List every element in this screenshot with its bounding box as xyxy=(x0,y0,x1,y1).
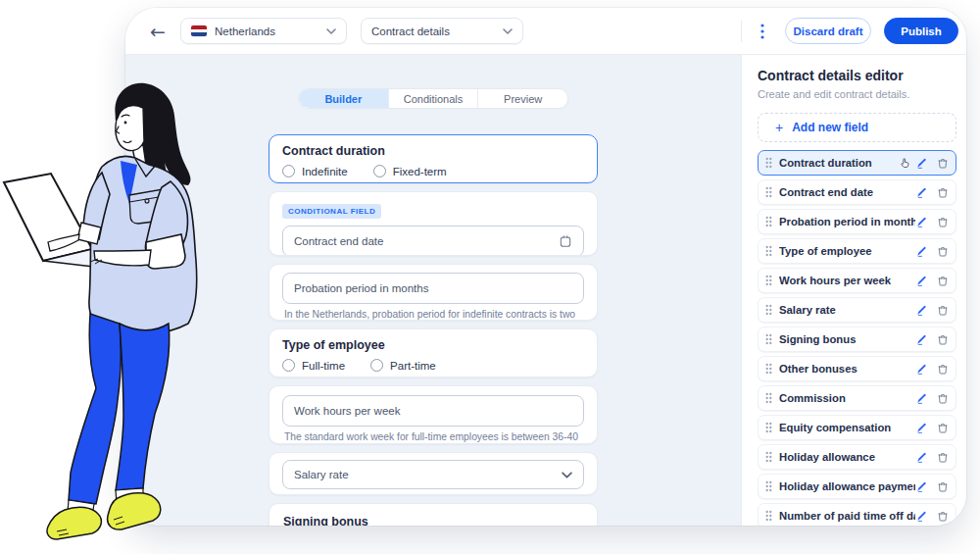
drag-handle-icon[interactable] xyxy=(765,245,772,257)
field-card-work-hours[interactable]: Work hours per week The standard work we… xyxy=(269,385,598,444)
edit-field-button[interactable] xyxy=(915,480,928,493)
sidebar-field-signing-bonus[interactable]: Signing bonus xyxy=(758,327,956,352)
drag-handle-icon[interactable] xyxy=(765,186,772,198)
delete-field-button[interactable] xyxy=(937,304,949,317)
kebab-menu-button[interactable] xyxy=(750,19,775,44)
field-label: Other bonuses xyxy=(779,363,915,375)
sidebar-field-other-bonuses[interactable]: Other bonuses xyxy=(758,356,956,381)
pencil-icon xyxy=(915,451,928,464)
edit-field-button[interactable] xyxy=(915,422,928,434)
tab-builder[interactable]: Builder xyxy=(299,89,388,108)
work-hours-input[interactable]: Work hours per week xyxy=(282,395,584,427)
sidebar-field-contract-end-date[interactable]: Contract end date xyxy=(758,179,956,205)
field-card-contract-end-date[interactable]: CONDITIONAL FIELD Contract end date xyxy=(269,191,598,256)
probation-period-input[interactable]: Probation period in months xyxy=(282,273,584,304)
sidebar-field-type-of-employee[interactable]: Type of employee xyxy=(758,238,956,264)
pencil-icon xyxy=(915,363,928,376)
pencil-icon xyxy=(915,157,928,170)
delete-field-button[interactable] xyxy=(937,333,949,346)
tab-preview[interactable]: Preview xyxy=(477,89,567,108)
edit-field-button[interactable] xyxy=(915,451,928,464)
pencil-icon xyxy=(915,333,928,346)
drag-handle-icon[interactable] xyxy=(765,157,772,169)
drag-handle-icon[interactable] xyxy=(765,480,772,492)
delete-field-button[interactable] xyxy=(937,186,949,199)
edit-field-button[interactable] xyxy=(915,245,928,258)
field-card-probation-period[interactable]: Probation period in months In the Nether… xyxy=(269,264,598,321)
trash-icon xyxy=(937,275,949,287)
radio-label: Indefinite xyxy=(302,166,348,177)
radio-fixed-term[interactable]: Fixed-term xyxy=(373,165,447,177)
sidebar-field-contract-duration[interactable]: Contract duration xyxy=(758,150,956,176)
sidebar-title: Contract details editor xyxy=(758,68,956,83)
field-card-salary-rate[interactable]: Salary rate xyxy=(269,452,598,495)
drag-handle-icon[interactable] xyxy=(765,333,772,345)
delete-field-button[interactable] xyxy=(937,363,949,376)
radio-part-time[interactable]: Part-time xyxy=(370,359,436,372)
field-card-signing-bonus[interactable]: Signing bonus Do you want to include a o… xyxy=(269,503,598,526)
sidebar-field-holiday-allowance-frequency[interactable]: Holiday allowance payment fre... xyxy=(758,474,956,499)
sidebar-field-equity-compensation[interactable]: Equity compensation xyxy=(758,415,956,440)
sidebar-field-work-hours[interactable]: Work hours per week xyxy=(758,268,956,293)
hand-cursor-icon xyxy=(899,157,911,170)
field-label: Salary rate xyxy=(779,304,915,316)
discard-draft-button[interactable]: Discard draft xyxy=(785,18,871,44)
country-select-value: Netherlands xyxy=(215,25,318,37)
sidebar-subtitle: Create and edit contract details. xyxy=(758,88,956,100)
edit-field-button[interactable] xyxy=(915,333,928,346)
drag-handle-icon[interactable] xyxy=(765,451,772,463)
radio-full-time[interactable]: Full-time xyxy=(282,359,345,372)
field-label: Equity compensation xyxy=(779,422,915,433)
netherlands-flag-icon xyxy=(191,25,207,36)
delete-field-button[interactable] xyxy=(937,392,949,405)
edit-field-button[interactable] xyxy=(915,186,928,199)
drag-handle-icon[interactable] xyxy=(765,216,772,227)
drag-handle-icon[interactable] xyxy=(765,510,772,522)
add-new-field-button[interactable]: + Add new field xyxy=(758,113,956,142)
edit-field-button[interactable] xyxy=(915,392,928,405)
app-window: ← Netherlands Contract details Discard d… xyxy=(125,8,966,526)
edit-field-button[interactable] xyxy=(915,304,928,317)
radio-icon xyxy=(282,165,295,177)
salary-rate-select[interactable]: Salary rate xyxy=(282,460,584,489)
edit-field-button[interactable] xyxy=(915,275,928,287)
contract-end-date-input[interactable]: Contract end date xyxy=(282,226,584,256)
edit-field-button[interactable] xyxy=(915,363,928,376)
tab-conditionals[interactable]: Conditionals xyxy=(388,89,478,108)
delete-field-button[interactable] xyxy=(937,157,949,170)
edit-field-button[interactable] xyxy=(915,157,928,170)
chevron-down-icon xyxy=(503,28,513,34)
delete-field-button[interactable] xyxy=(937,422,949,434)
radio-icon xyxy=(282,359,295,372)
country-select[interactable]: Netherlands xyxy=(180,18,347,44)
sidebar-field-salary-rate[interactable]: Salary rate xyxy=(758,297,956,323)
template-select-value: Contract details xyxy=(371,25,495,37)
field-label: Contract end date xyxy=(779,186,915,198)
drag-handle-icon[interactable] xyxy=(765,422,772,433)
back-button[interactable]: ← xyxy=(145,19,171,44)
drag-handle-icon[interactable] xyxy=(765,275,772,286)
calendar-icon xyxy=(559,234,572,248)
delete-field-button[interactable] xyxy=(937,275,949,287)
template-select[interactable]: Contract details xyxy=(361,18,523,44)
edit-field-button[interactable] xyxy=(915,510,928,523)
sidebar-field-paid-time-off-days[interactable]: Number of paid time off days xyxy=(758,503,956,526)
field-card-contract-duration[interactable]: Contract duration Indefinite Fixed-term xyxy=(269,134,598,183)
sidebar-field-holiday-allowance[interactable]: Holiday allowance xyxy=(758,444,956,470)
radio-indefinite[interactable]: Indefinite xyxy=(282,165,348,177)
sidebar-field-commission[interactable]: Commission xyxy=(758,385,956,411)
delete-field-button[interactable] xyxy=(937,216,949,228)
delete-field-button[interactable] xyxy=(937,510,949,523)
drag-handle-icon[interactable] xyxy=(765,363,772,375)
edit-field-button[interactable] xyxy=(915,216,928,228)
delete-field-button[interactable] xyxy=(937,245,949,258)
drag-handle-icon[interactable] xyxy=(765,304,772,316)
trash-icon xyxy=(937,216,949,228)
field-card-type-of-employee[interactable]: Type of employee Full-time Part-time xyxy=(269,328,598,378)
publish-button[interactable]: Publish xyxy=(884,18,958,44)
radio-icon xyxy=(373,165,386,177)
delete-field-button[interactable] xyxy=(937,480,949,493)
drag-handle-icon[interactable] xyxy=(765,392,772,404)
sidebar-field-probation-period[interactable]: Probation period in months xyxy=(758,209,956,234)
delete-field-button[interactable] xyxy=(937,451,949,464)
